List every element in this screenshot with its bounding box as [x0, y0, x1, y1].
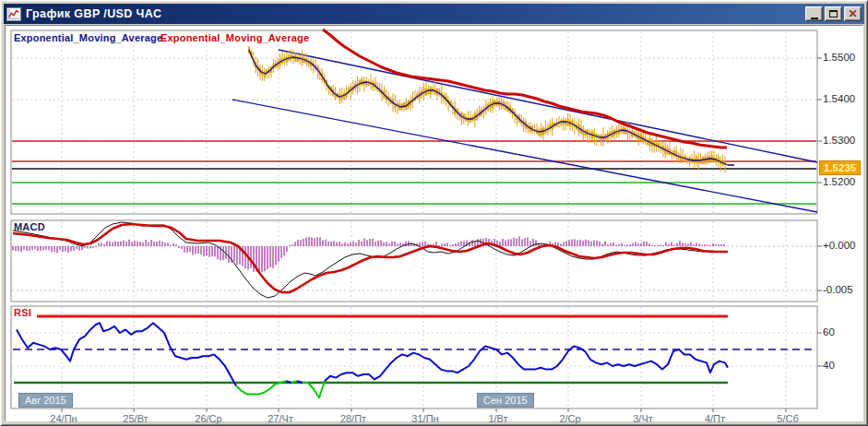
indicator-label-macd: MACD	[14, 221, 45, 232]
price-axis-label: 1.5200	[823, 176, 855, 187]
maximize-icon	[829, 10, 838, 18]
maximize-button[interactable]	[825, 6, 842, 21]
close-icon: ✕	[848, 8, 857, 19]
rsi-axis-label: 40	[823, 360, 835, 371]
indicator-label-rsi: RSI	[14, 307, 31, 318]
close-button[interactable]: ✕	[844, 6, 862, 21]
time-axis-label: 27/Чт	[262, 413, 299, 424]
price-axis-label: 1.5500	[823, 52, 855, 63]
current-price-badge: 1.5235	[819, 160, 861, 175]
chart-line-icon	[6, 7, 21, 21]
rsi-axis-label: 60	[823, 326, 835, 337]
price-axis-label: 1.5400	[823, 93, 855, 104]
time-axis-label: 26/Ср	[190, 413, 227, 424]
time-axis-label: 31/Пн	[407, 413, 444, 424]
price-axis-label: 1.5300	[823, 135, 855, 146]
time-axis-label: 2/Ср	[552, 413, 589, 424]
minimize-button[interactable]	[805, 6, 823, 21]
time-axis-label: 28/Пт	[335, 413, 372, 424]
time-axis-label: 1/Вт	[480, 413, 517, 424]
window-title: График GBP /USD ЧАС	[26, 7, 803, 20]
time-axis-label: 4/Пт	[696, 413, 733, 424]
title-bar[interactable]: График GBP /USD ЧАС ✕	[4, 4, 864, 24]
time-axis-label: 5/Сб	[769, 413, 806, 424]
chart-canvas[interactable]	[6, 26, 866, 424]
time-axis-label: 25/Вт	[117, 413, 154, 424]
chart-client-area: Exponential_Moving_Average Exponential_M…	[5, 25, 863, 421]
indicator-label-ema-fast: Exponential_Moving_Average	[14, 32, 162, 43]
month-badge: Авг 2015	[18, 393, 73, 408]
chart-window: График GBP /USD ЧАС ✕ Exponential_Moving…	[0, 0, 868, 426]
macd-axis-label: -0.005	[823, 284, 853, 295]
time-axis-label: 3/Чт	[624, 413, 661, 424]
time-axis-label: 24/Пн	[45, 413, 82, 424]
indicator-label-ema-slow: Exponential_Moving_Average	[161, 32, 309, 43]
minimize-icon	[811, 18, 818, 19]
month-badge: Сен 2015	[477, 393, 534, 408]
macd-axis-label: +0.000	[823, 240, 856, 251]
